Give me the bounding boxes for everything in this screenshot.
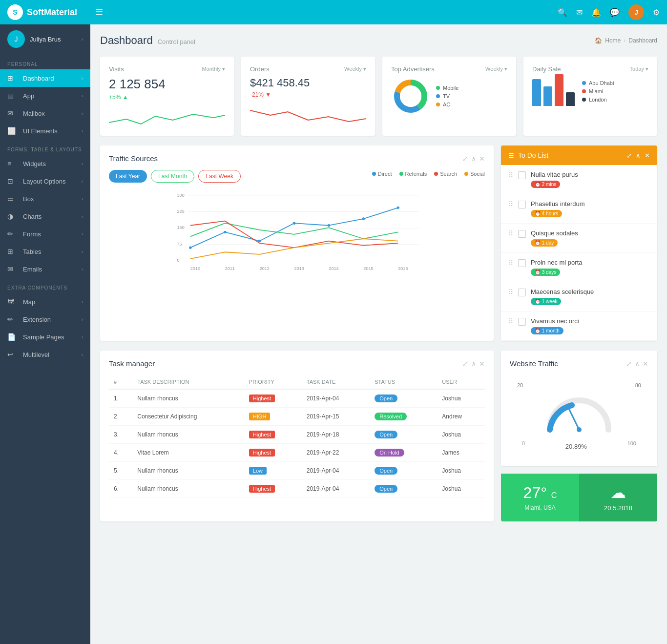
traffic-collapse-icon[interactable]: ∧ [635, 360, 640, 368]
cell-desc: Nullam rhoncus [132, 389, 244, 408]
layout-icon: ⊡ [7, 177, 18, 185]
tab-last-week[interactable]: Last Week [198, 170, 240, 183]
todo-badge-2: ⏰ 4 hours [531, 210, 562, 217]
breadcrumb-home-link[interactable]: Home [605, 37, 621, 44]
task-table: # Task Description Priority Task Date St… [109, 375, 485, 498]
todo-close-icon[interactable]: ✕ [645, 152, 650, 159]
svg-text:2010: 2010 [190, 266, 200, 271]
collapse-icon[interactable]: ∧ [471, 155, 476, 163]
drag-handle-2[interactable]: ⠿ [508, 200, 513, 208]
tab-last-year[interactable]: Last Year [109, 170, 147, 183]
sidebar-item-ui-elements[interactable]: ⬜ UI Elements › [0, 122, 90, 140]
legend-direct: Direct [372, 170, 392, 178]
close-icon[interactable]: ✕ [479, 155, 485, 163]
sidebar-user-chevron-icon: › [81, 36, 83, 42]
todo-resize-icon[interactable]: ⤢ [626, 152, 632, 159]
todo-checkbox-1[interactable] [518, 171, 526, 179]
resize-icon[interactable]: ⤢ [462, 155, 468, 163]
sidebar-item-emails[interactable]: ✉ Emails › [0, 260, 90, 278]
drag-handle-1[interactable]: ⠿ [508, 171, 513, 179]
cell-date: 2019-Apr-15 [302, 408, 370, 426]
sidebar-item-sample-pages[interactable]: 📄 Sample Pages › [0, 328, 90, 346]
sidebar-item-app[interactable]: ▦ App › [0, 87, 90, 104]
gauge-svg-wrapper [517, 391, 641, 439]
task-close-icon[interactable]: ✕ [479, 360, 485, 368]
todo-content-4: Proin nec mi porta ⏰ 3 days [531, 259, 650, 276]
user-avatar[interactable]: J [628, 4, 644, 20]
task-table-body: 1. Nullam rhoncus Highest 2019-Apr-04 Op… [109, 389, 485, 498]
todo-checkbox-2[interactable] [518, 201, 526, 208]
drag-handle-5[interactable]: ⠿ [508, 288, 513, 296]
weather-temp-num: 27° [523, 484, 547, 501]
cell-status: Resolved [370, 408, 437, 426]
legend-label-referrals: Referrals [405, 171, 427, 177]
task-resize-icon[interactable]: ⤢ [462, 360, 468, 368]
sidebar-item-mailbox[interactable]: ✉ Mailbox › [0, 104, 90, 122]
stat-card-advertisers: Top Advertisers Weekly ▾ Mo [382, 57, 516, 136]
sidebar-item-layout[interactable]: ⊡ Layout Options › [0, 172, 90, 190]
legend-label-social: Social [470, 171, 485, 177]
table-row: 3. Nullam rhoncus Highest 2019-Apr-18 Op… [109, 426, 485, 444]
sidebar-item-extension[interactable]: ✏ Extension › [0, 311, 90, 328]
traffic-resize-icon[interactable]: ⤢ [626, 360, 632, 368]
stat-daily-period[interactable]: Today ▾ [630, 66, 648, 72]
sidebar-item-map[interactable]: 🗺 Map › [0, 293, 90, 311]
svg-text:150: 150 [177, 225, 185, 230]
todo-list-icon: ☰ [508, 152, 514, 159]
todo-collapse-icon[interactable]: ∧ [636, 152, 641, 159]
middle-row: Traffic Sources ⤢ ∧ ✕ Last Year Last Mon… [100, 145, 657, 341]
cell-status: On Hold [370, 444, 437, 462]
traffic-legend: Direct Referrals Search Social [372, 170, 485, 178]
gear-icon[interactable]: ⚙ [653, 8, 660, 17]
cell-user: Andrew [437, 408, 485, 426]
stat-advertisers-period[interactable]: Weekly ▾ [485, 66, 507, 72]
website-traffic-title: Website Traffic [510, 359, 558, 368]
line-chart-area: 300 225 150 75 0 2010 2011 2012 2013 [109, 190, 485, 288]
todo-badge-3: ⏰ 1 day [531, 239, 558, 247]
sidebar-section-forms: FORMS, TABLE & LAYOUTS [0, 140, 90, 155]
cell-status: Open [370, 480, 437, 498]
sidebar-item-charts[interactable]: ◑ Charts › [0, 208, 90, 225]
svg-point-30 [577, 427, 582, 432]
bar-abudhabi2 [543, 86, 552, 106]
sidebar-item-multilevel[interactable]: ↩ Multilevel › [0, 346, 90, 363]
stat-visits-period[interactable]: Monthly ▾ [202, 66, 225, 72]
sidebar-user[interactable]: J Juliya Brus › [0, 24, 90, 54]
todo-item-5: ⠿ Maecenas scelerisque ⏰ 1 week [501, 282, 657, 312]
sidebar-item-box[interactable]: ▭ Box › [0, 190, 90, 208]
sidebar-item-dashboard[interactable]: ⊞ Dashboard › [0, 69, 90, 87]
legend-dot-tv [436, 94, 440, 98]
cell-date: 2019-Apr-04 [302, 462, 370, 480]
chat-icon[interactable]: 💬 [610, 8, 620, 17]
bottom-row: Task manager ⤢ ∧ ✕ # Task Description Pr… [100, 351, 657, 521]
hamburger-icon[interactable]: ☰ [95, 7, 103, 18]
drag-handle-3[interactable]: ⠿ [508, 229, 513, 237]
traffic-sources-title: Traffic Sources [109, 154, 158, 163]
mail-icon[interactable]: ✉ [576, 8, 583, 17]
search-icon[interactable]: 🔍 [558, 8, 567, 17]
svg-text:2012: 2012 [260, 266, 270, 271]
drag-handle-4[interactable]: ⠿ [508, 259, 513, 267]
main-content: Dashboard Control panel 🏠 Home › Dashboa… [90, 24, 667, 531]
legend-dot-referrals [399, 172, 403, 176]
sidebar-item-forms[interactable]: ✏ Forms › [0, 225, 90, 243]
todo-checkbox-6[interactable] [518, 318, 526, 326]
stat-orders-period[interactable]: Weekly ▾ [344, 66, 366, 72]
sidebar-item-tables[interactable]: ⊞ Tables › [0, 243, 90, 260]
todo-checkbox-5[interactable] [518, 289, 526, 296]
traffic-close-icon[interactable]: ✕ [643, 360, 648, 368]
drag-handle-6[interactable]: ⠿ [508, 317, 513, 325]
legend-dot-search [434, 172, 438, 176]
sidebar-item-widgets[interactable]: ≡ Widgets › [0, 155, 90, 172]
breadcrumb-home-icon: 🏠 [595, 37, 602, 44]
tab-last-month[interactable]: Last Month [151, 170, 194, 183]
col-user: User [437, 375, 485, 389]
todo-checkbox-3[interactable] [518, 230, 526, 238]
stat-orders-title: Orders [250, 65, 270, 73]
bell-icon[interactable]: 🔔 [591, 8, 601, 17]
stat-card-orders-header: Orders Weekly ▾ [250, 65, 366, 73]
sidebar-label-layout: Layout Options [23, 178, 82, 185]
todo-checkbox-4[interactable] [518, 259, 526, 267]
sidebar-section-extra: EXTRA COMPONENTS [0, 278, 90, 293]
task-collapse-icon[interactable]: ∧ [471, 360, 476, 368]
